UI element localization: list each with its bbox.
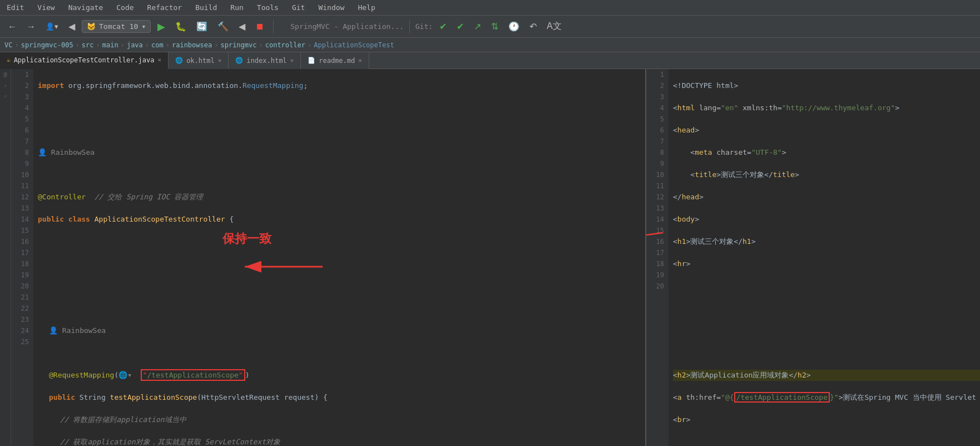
- menu-view[interactable]: View: [35, 2, 57, 13]
- breadcrumb: VC › springmvc-005 › src › main › java ›…: [0, 38, 980, 52]
- stop-button[interactable]: ⏹: [252, 19, 268, 34]
- git-sync-button[interactable]: ⇅: [488, 19, 502, 34]
- menu-build[interactable]: Build: [193, 2, 219, 13]
- tab-readme-close[interactable]: ✕: [358, 57, 362, 64]
- code-panels: 1234 5678 9101112 13141516 17181920 2122…: [11, 69, 980, 446]
- left-code-content: import org.springframework.web.bind.anno…: [33, 69, 645, 446]
- tabs-bar: ☕ ApplicationScopeTestController.java ✕ …: [0, 52, 980, 69]
- nav-prev-button[interactable]: ◀: [65, 19, 78, 34]
- tab-ok-html-close[interactable]: ✕: [218, 57, 222, 64]
- line-numbers-left: 1234 5678 9101112 13141516 17181920 2122…: [11, 69, 33, 446]
- user-menu-button[interactable]: 👤▾: [42, 20, 62, 33]
- tomcat-selector[interactable]: 🐱 Tomcat 10 ▾: [82, 20, 151, 33]
- index-html-icon: 🌐: [235, 57, 243, 64]
- right-line-8: <h1>测试三个对象</h1>: [673, 236, 980, 247]
- right-line-2: <html lang="en" xmlns:th="http://www.thy…: [673, 102, 980, 114]
- menu-bar: Edit View Navigate Code Refactor Build R…: [0, 0, 980, 16]
- tomcat-dropdown-icon: ▾: [141, 22, 146, 31]
- toolbar-separator-2: [409, 20, 410, 33]
- menu-code[interactable]: Code: [114, 2, 136, 13]
- menu-edit[interactable]: Edit: [4, 2, 26, 13]
- run-button[interactable]: ▶: [154, 18, 169, 35]
- code-line-8: [38, 236, 641, 247]
- right-code-panel[interactable]: 1234 5678 9101112 13141516 17181920 <!DO…: [646, 69, 980, 446]
- right-line-4: <meta charset="UTF-8">: [673, 147, 980, 158]
- code-line-5: [38, 169, 641, 180]
- tab-ok-html[interactable]: 🌐 ok.html ✕: [169, 52, 229, 69]
- nav-forward-button[interactable]: →: [23, 19, 39, 34]
- left-gutter: @ ⬦ ⬦: [0, 69, 11, 446]
- breadcrumb-com[interactable]: com: [151, 41, 164, 49]
- right-line-12: [673, 325, 980, 336]
- right-line-13: [673, 347, 980, 359]
- debug-button[interactable]: 🐛: [172, 19, 190, 34]
- ok-html-icon: 🌐: [175, 57, 183, 64]
- code-line-17: // 获取application对象，其实就是获取 ServLetContext…: [38, 437, 641, 446]
- readme-icon: 📄: [308, 57, 315, 64]
- toolbar: ← → 👤▾ ◀ 🐱 Tomcat 10 ▾ ▶ 🐛 🔄 🔨 ◀ ⏹ Sprin…: [0, 16, 980, 38]
- reload-button[interactable]: 🔄: [193, 19, 211, 34]
- tab-ok-html-label: ok.html: [186, 57, 215, 65]
- git-arrow-button[interactable]: ↗: [471, 19, 484, 34]
- code-line-3: [38, 125, 641, 136]
- git-check-button[interactable]: ✔: [453, 19, 467, 34]
- gutter-icon-3: ⬦: [4, 92, 7, 99]
- menu-help[interactable]: Help: [355, 2, 377, 13]
- translate-button[interactable]: A文: [543, 18, 565, 35]
- menu-tools[interactable]: Tools: [255, 2, 281, 13]
- right-line-14: <h2>测试Application应用域对象</h2>: [673, 370, 980, 381]
- code-line-1: import org.springframework.web.bind.anno…: [38, 80, 641, 91]
- breadcrumb-vc[interactable]: VC: [4, 41, 12, 49]
- breadcrumb-class[interactable]: ApplicationScopeTest: [314, 41, 394, 49]
- gutter-icon-2: ⬦: [4, 82, 7, 88]
- left-code-area: 1234 5678 9101112 13141516 17181920 2122…: [11, 69, 645, 446]
- menu-refactor[interactable]: Refactor: [145, 2, 185, 13]
- build-button[interactable]: 🔨: [214, 19, 232, 34]
- breadcrumb-src[interactable]: src: [82, 41, 94, 49]
- right-line-5: <title>测试三个对象</title>: [673, 169, 980, 180]
- code-line-12: 👤 RainbowSea: [38, 325, 641, 336]
- tomcat-label: Tomcat 10: [99, 22, 138, 31]
- breadcrumb-main[interactable]: main: [102, 41, 118, 49]
- breadcrumb-java[interactable]: java: [127, 41, 143, 49]
- right-line-17: [673, 437, 980, 446]
- java-icon: ☕: [7, 56, 11, 63]
- code-line-14: @RequestMapping(🌐▾ "/testApplicationScop…: [38, 370, 641, 381]
- tab-readme[interactable]: 📄 readme.md ✕: [301, 52, 369, 69]
- menu-git[interactable]: Git: [290, 2, 307, 13]
- code-line-4: 👤 RainbowSea: [38, 147, 641, 158]
- right-line-7: <body>: [673, 214, 980, 225]
- right-line-15: <a th:href="@{/testApplicationScope}">测试…: [673, 392, 980, 403]
- tab-java-close[interactable]: ✕: [158, 56, 162, 63]
- code-line-9: [38, 258, 641, 269]
- git-ok-button[interactable]: ✔: [436, 19, 450, 34]
- right-code-content: <!DOCTYPE html> <html lang="en" xmlns:th…: [669, 69, 980, 446]
- right-line-9: <hr>: [673, 258, 980, 269]
- code-line-15: public String testApplicationScope(HttpS…: [38, 392, 641, 403]
- tab-index-html-close[interactable]: ✕: [290, 57, 294, 64]
- breadcrumb-controller[interactable]: controller: [265, 41, 305, 49]
- git-time-button[interactable]: 🕐: [505, 19, 523, 34]
- right-line-10: [673, 281, 980, 292]
- breadcrumb-project[interactable]: springmvc-005: [21, 41, 73, 49]
- profile-button[interactable]: ◀: [235, 19, 249, 34]
- code-line-2: [38, 102, 641, 114]
- toolbar-separator: [273, 20, 274, 33]
- breadcrumb-springmvc[interactable]: springmvc: [220, 41, 256, 49]
- left-code-panel[interactable]: 1234 5678 9101112 13141516 17181920 2122…: [11, 69, 646, 446]
- tab-java[interactable]: ☕ ApplicationScopeTestController.java ✕: [0, 52, 169, 69]
- menu-window[interactable]: Window: [316, 2, 347, 13]
- code-line-10: [38, 281, 641, 292]
- window-title: SpringMVC - Application...: [290, 22, 404, 31]
- tab-readme-label: readme.md: [319, 57, 355, 65]
- breadcrumb-rainbowsea[interactable]: rainbowsea: [172, 41, 212, 49]
- nav-back-button[interactable]: ←: [4, 19, 20, 34]
- git-undo-button[interactable]: ↶: [526, 19, 540, 34]
- menu-navigate[interactable]: Navigate: [66, 2, 106, 13]
- right-line-11: [673, 303, 980, 314]
- tab-index-html[interactable]: 🌐 index.html ✕: [229, 52, 301, 69]
- code-line-6: @Controller // 交给 Spring IOC 容器管理: [38, 192, 641, 203]
- right-line-6: </head>: [673, 192, 980, 203]
- menu-run[interactable]: Run: [228, 2, 245, 13]
- code-line-7: public class ApplicationScopeTestControl…: [38, 214, 641, 225]
